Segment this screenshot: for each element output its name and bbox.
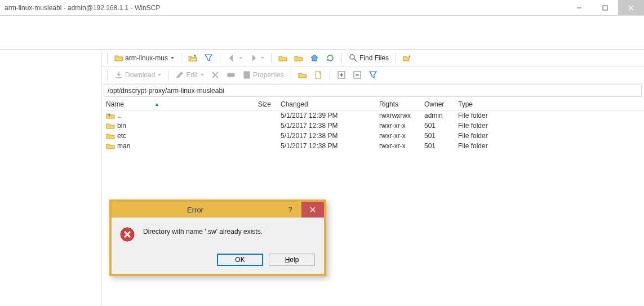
folder-icon xyxy=(106,142,115,150)
file-rights: rwxr-xr-x xyxy=(375,142,420,150)
file-changed: 5/1/2017 12:39 PM xyxy=(276,112,375,119)
dialog-help-button[interactable]: ? xyxy=(279,202,301,218)
rename-icon xyxy=(226,70,236,79)
new-file-button[interactable] xyxy=(312,69,325,81)
download-button[interactable]: Download xyxy=(112,69,163,81)
back-button[interactable] xyxy=(225,52,245,64)
download-icon xyxy=(114,70,123,79)
path-bar[interactable]: /opt/dnscrypt-proxy/arm-linux-musleabi xyxy=(104,85,642,97)
properties-label: Properties xyxy=(253,71,284,79)
table-row[interactable]: bin5/1/2017 12:38 PMrwxr-xr-x501File fol… xyxy=(101,121,644,131)
current-path: /opt/dnscrypt-proxy/arm-linux-musleabi xyxy=(108,87,224,95)
root-dir-button[interactable] xyxy=(292,52,305,64)
select-remove-button[interactable] xyxy=(350,69,364,81)
file-name: bin xyxy=(117,122,126,130)
column-owner[interactable]: Owner xyxy=(420,98,454,110)
file-name: etc xyxy=(117,132,126,140)
sync-button[interactable] xyxy=(401,52,414,64)
toolbar-navigation: arm-linux-mus xyxy=(101,50,644,66)
file-rights: rwxr-xr-x xyxy=(375,122,420,130)
dialog-close-button[interactable] xyxy=(301,202,324,218)
home-dir-button[interactable] xyxy=(308,52,321,64)
maximize-button[interactable] xyxy=(592,0,618,15)
file-changed: 5/1/2017 12:38 PM xyxy=(276,122,375,130)
chevron-down-icon xyxy=(171,57,174,59)
find-files-button[interactable]: Find Files xyxy=(347,52,391,64)
folder-icon xyxy=(114,54,123,63)
column-name[interactable]: Name▲ xyxy=(101,98,242,110)
filter-button[interactable] xyxy=(202,52,215,64)
menu-area xyxy=(0,16,644,50)
new-folder-button[interactable] xyxy=(296,69,309,81)
home-icon xyxy=(310,54,319,63)
dialog-titlebar[interactable]: Error ? xyxy=(112,202,324,218)
file-changed: 5/1/2017 12:38 PM xyxy=(276,132,375,140)
sort-asc-icon: ▲ xyxy=(154,101,159,107)
folder-up-icon xyxy=(278,54,287,63)
table-row[interactable]: man5/1/2017 12:38 PMrwxr-xr-x501File fol… xyxy=(101,141,644,151)
table-row[interactable]: etc5/1/2017 12:38 PMrwxr-xr-x501File fol… xyxy=(101,131,644,141)
svg-point-5 xyxy=(350,55,354,59)
folder-root-icon xyxy=(294,54,303,63)
svg-rect-12 xyxy=(316,72,321,78)
help-icon: ? xyxy=(288,206,292,214)
delete-button[interactable] xyxy=(208,69,222,81)
svg-rect-10 xyxy=(244,72,250,78)
column-size[interactable]: Size xyxy=(242,98,276,110)
file-list-header[interactable]: Name▲ Size Changed Rights Owner Type xyxy=(101,98,644,110)
svg-line-6 xyxy=(354,59,357,61)
file-owner: admin xyxy=(420,112,454,119)
close-button[interactable] xyxy=(618,0,644,15)
folder-icon xyxy=(106,132,115,140)
properties-icon xyxy=(242,70,251,79)
file-rights: rwxrwxrwx xyxy=(375,112,420,119)
forward-button[interactable] xyxy=(247,52,267,64)
window-title: arm-linux-musleabi - admin@192.168.1.1 -… xyxy=(5,4,566,12)
file-type: File folder xyxy=(454,132,510,140)
left-pane xyxy=(0,50,101,306)
directory-dropdown[interactable]: arm-linux-mus xyxy=(112,52,176,64)
edit-icon xyxy=(175,70,184,79)
refresh-icon xyxy=(326,54,335,63)
dialog-buttons: OK Help xyxy=(112,248,324,274)
plus-icon xyxy=(337,70,346,79)
folder-up-icon xyxy=(106,112,115,119)
column-type[interactable]: Type xyxy=(454,98,510,110)
find-files-label: Find Files xyxy=(359,54,389,62)
arrow-right-icon xyxy=(249,54,258,63)
table-row[interactable]: ..5/1/2017 12:39 PMrwxrwxrwxadminFile fo… xyxy=(101,110,644,121)
download-label: Download xyxy=(125,71,155,79)
select-filter-button[interactable] xyxy=(366,69,380,81)
window-controls xyxy=(566,0,644,15)
svg-point-4 xyxy=(194,55,196,57)
edit-button[interactable]: Edit xyxy=(173,69,206,81)
file-owner: 501 xyxy=(420,132,454,140)
error-icon xyxy=(119,227,135,242)
new-file-icon xyxy=(314,70,323,79)
ok-button[interactable]: OK xyxy=(217,254,263,266)
file-rights: rwxr-xr-x xyxy=(375,132,420,140)
file-type: File folder xyxy=(454,112,510,119)
column-changed[interactable]: Changed xyxy=(276,98,375,110)
chevron-down-icon xyxy=(201,74,204,76)
open-folder-icon xyxy=(188,54,197,63)
select-add-button[interactable] xyxy=(335,69,348,81)
parent-dir-button[interactable] xyxy=(276,52,290,64)
properties-button[interactable]: Properties xyxy=(240,69,286,81)
filter-icon xyxy=(204,54,213,63)
help-button[interactable]: Help xyxy=(269,254,315,266)
dialog-body: Directory with name '.sw' already exists… xyxy=(112,218,324,248)
minimize-button[interactable] xyxy=(566,0,592,15)
file-name: .. xyxy=(117,112,121,119)
svg-rect-9 xyxy=(228,73,234,77)
arrow-left-icon xyxy=(227,54,236,63)
open-session-button[interactable] xyxy=(186,52,199,64)
dialog-message: Directory with name '.sw' already exists… xyxy=(143,227,263,236)
error-dialog: Error ? Directory with name '.sw' alread… xyxy=(109,199,326,276)
column-rights[interactable]: Rights xyxy=(375,98,420,110)
minus-icon xyxy=(353,70,362,79)
file-owner: 501 xyxy=(420,142,454,150)
dialog-title: Error xyxy=(112,206,279,214)
refresh-button[interactable] xyxy=(323,52,337,64)
rename-button[interactable] xyxy=(224,69,238,81)
